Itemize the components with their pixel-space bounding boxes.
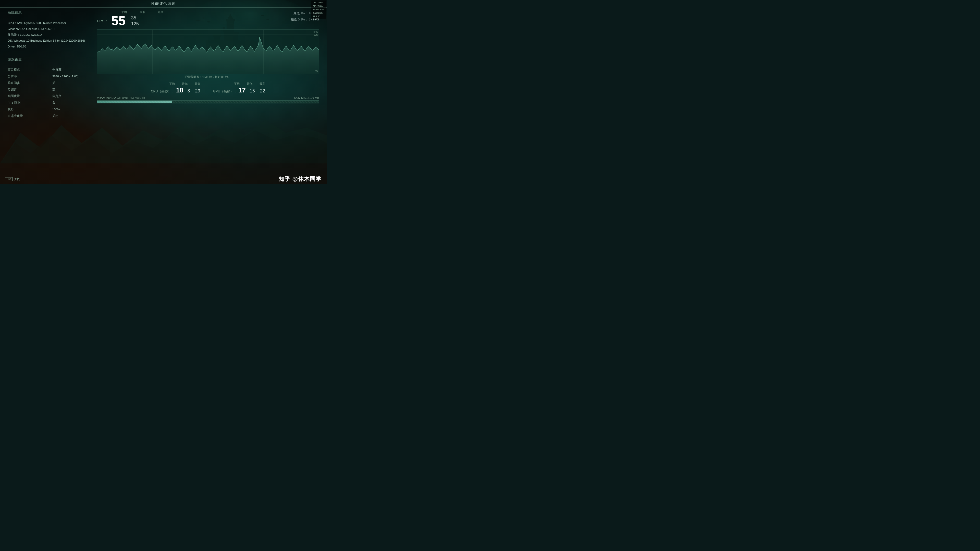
fps-chart-svg bbox=[97, 30, 319, 74]
gpu-col-min: 最低 bbox=[247, 82, 252, 86]
hud-vram: VRAM 13% bbox=[312, 8, 325, 11]
gpu-col-max: 最高 bbox=[259, 82, 265, 86]
bottom-bar: Esc 关闭 知乎 @休木同学 bbox=[0, 174, 327, 184]
vram-bar-outer bbox=[97, 100, 319, 104]
fps-avg-value: 55 bbox=[111, 14, 126, 27]
setting-val-3: 高 bbox=[52, 87, 97, 93]
vram-header: VRAM (NVIDIA GeForce RTX 4060 Ti) 5437 M… bbox=[97, 96, 319, 99]
hud-cpu: CPU 29% bbox=[312, 1, 325, 5]
cpu-label: CPU（毫秒）： bbox=[151, 89, 174, 94]
fps-p01-label: 最低 0.1%： bbox=[291, 18, 308, 21]
cpu-max: 29 bbox=[195, 88, 200, 94]
gpu-label: GPU（毫秒）： bbox=[213, 89, 237, 94]
setting-val-4: 自定义 bbox=[52, 94, 97, 99]
cpu-values: CPU（毫秒）： 18 8 29 bbox=[151, 86, 200, 94]
cpu-col-labels: 平均 最低 最高 bbox=[151, 82, 200, 86]
close-label: 关闭 bbox=[14, 177, 20, 181]
setting-val-2: 关 bbox=[52, 80, 97, 86]
system-info-title: 系统信息 bbox=[8, 10, 97, 15]
vram-label: VRAM (NVIDIA GeForce RTX 4060 Ti) bbox=[97, 96, 145, 99]
fps-p1-label: 最低 1%： bbox=[293, 11, 308, 15]
gpu-min: 15 bbox=[250, 88, 255, 94]
vram-bar-stripe bbox=[97, 100, 319, 103]
fps-col-labels: 平均 最低 最高 bbox=[121, 10, 164, 14]
cpu-avg: 18 bbox=[176, 86, 183, 94]
setting-key-0: 窗口模式 bbox=[8, 67, 52, 73]
hud-overlay: CPU 29% GPU 98% VRAM 13% RAM 35% FPS 58 bbox=[311, 0, 326, 19]
fps-left-block: 平均 最低 最高 FPS： 55 35 125 bbox=[97, 10, 164, 27]
cpu-col-avg: 平均 bbox=[169, 82, 175, 86]
game-settings-title: 游戏设置 bbox=[8, 57, 97, 62]
esc-close-group[interactable]: Esc 关闭 bbox=[5, 177, 20, 181]
setting-val-7: 关闭 bbox=[52, 113, 97, 119]
fps-chart: FPS 125 35 bbox=[97, 29, 319, 74]
chart-y-bottom: 35 bbox=[315, 70, 318, 73]
gpu-avg: 17 bbox=[239, 86, 246, 94]
sys-cpu: CPU：AMD Ryzen 5 5600 6-Core Processor bbox=[8, 20, 97, 26]
vram-section: VRAM (NVIDIA GeForce RTX 4060 Ti) 5437 M… bbox=[97, 96, 319, 104]
vram-usage: 5437 MB/16109 MB bbox=[294, 96, 319, 99]
hud-ram: RAM 35% bbox=[312, 11, 325, 15]
sys-os: OS: Windows 10 Business Edition 64-bit (… bbox=[8, 38, 97, 44]
sys-driver: Driver: 560.70 bbox=[8, 44, 97, 49]
watermark: 知乎 @休木同学 bbox=[279, 175, 321, 183]
game-settings-section: 游戏设置 窗口模式 全屏幕 分辨率 3840 x 2160 (x1.00) 垂直… bbox=[8, 57, 97, 119]
cpu-min: 8 bbox=[188, 88, 190, 94]
setting-key-4: 画面质量 bbox=[8, 94, 52, 99]
fps-min-value: 35 bbox=[131, 15, 139, 21]
cpu-perf-section: 平均 最低 最高 CPU（毫秒）： 18 8 29 bbox=[151, 82, 200, 94]
setting-val-6: 100% bbox=[52, 107, 97, 112]
system-info-block: CPU：AMD Ryzen 5 5600 6-Core Processor GP… bbox=[8, 20, 97, 49]
setting-key-5: FPS 限制 bbox=[8, 100, 52, 106]
setting-key-1: 分辨率 bbox=[8, 74, 52, 80]
setting-key-2: 垂直同步 bbox=[8, 80, 52, 86]
left-panel: 系统信息 CPU：AMD Ryzen 5 5600 6-Core Process… bbox=[8, 10, 97, 119]
fps-values-row: FPS： 55 35 125 bbox=[97, 14, 164, 27]
fps-col-max: 最高 bbox=[158, 10, 164, 14]
setting-key-3: 反锯齿 bbox=[8, 87, 52, 93]
chart-y-top: FPS 125 bbox=[313, 31, 318, 36]
gpu-col-labels: 平均 最低 最高 bbox=[213, 82, 265, 86]
settings-grid: 窗口模式 全屏幕 分辨率 3840 x 2160 (x1.00) 垂直同步 关 … bbox=[8, 67, 97, 119]
main-area: 平均 最低 最高 FPS： 55 35 125 最低 1%： 43 FPS 最低… bbox=[97, 10, 319, 104]
setting-val-5: 关 bbox=[52, 100, 97, 106]
fps-max-value: 125 bbox=[131, 21, 139, 27]
mountains-silhouette bbox=[0, 112, 327, 163]
fps-header: 平均 最低 最高 FPS： 55 35 125 最低 1%： 43 FPS 最低… bbox=[97, 10, 319, 27]
gpu-max: 22 bbox=[260, 88, 265, 94]
fps-col-min: 最低 bbox=[140, 10, 145, 14]
perf-full-row: 平均 最低 最高 CPU（毫秒）： 18 8 29 平均 最低 最高 GPU（毫… bbox=[97, 82, 319, 94]
sys-gpu: GPU: NVIDIA GeForce RTX 4060 Ti bbox=[8, 26, 97, 32]
hud-fps: FPS 58 bbox=[312, 15, 325, 18]
fps-label: FPS： bbox=[97, 19, 108, 24]
setting-val-1: 3840 x 2160 (x1.00) bbox=[52, 74, 97, 80]
cpu-col-min: 最低 bbox=[182, 82, 188, 86]
gpu-values: GPU（毫秒）： 17 15 22 bbox=[213, 86, 265, 94]
fps-col-avg: 平均 bbox=[121, 10, 127, 14]
cpu-col-max: 最高 bbox=[195, 82, 200, 86]
setting-key-7: 自适应质量 bbox=[8, 113, 52, 119]
gpu-col-avg: 平均 bbox=[234, 82, 240, 86]
gpu-perf-section: 平均 最低 最高 GPU（毫秒）： 17 15 22 bbox=[213, 82, 265, 94]
title-bar: 性能评估结果 bbox=[0, 0, 327, 8]
rendered-frames: 已渲染帧数：4638 帧，耗时 85 秒。 bbox=[97, 75, 319, 79]
page-title: 性能评估结果 bbox=[151, 2, 176, 6]
setting-val-0: 全屏幕 bbox=[52, 67, 97, 73]
fps-min-max: 35 125 bbox=[131, 15, 139, 27]
esc-key: Esc bbox=[5, 177, 13, 181]
setting-key-6: 视野 bbox=[8, 107, 52, 112]
hud-gpu: GPU 98% bbox=[312, 5, 325, 8]
sys-display: 显示器：LECOO N2721U bbox=[8, 32, 97, 38]
system-info-divider bbox=[8, 17, 97, 17]
